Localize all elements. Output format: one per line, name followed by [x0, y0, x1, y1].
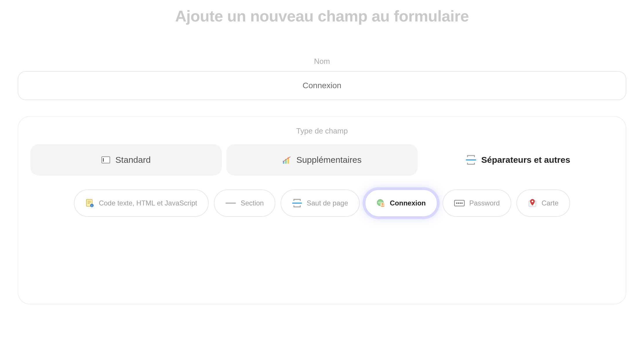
option-section-label: Section: [241, 199, 264, 207]
separator-icon: [466, 155, 476, 165]
option-connexion-label: Connexion: [390, 199, 426, 207]
tab-standard-label: Standard: [115, 155, 151, 165]
option-password-label: Password: [469, 199, 500, 207]
svg-text:i: i: [92, 204, 92, 207]
svg-point-20: [460, 203, 461, 204]
textbox-icon: [101, 156, 110, 163]
option-code-label: Code texte, HTML et JavaScript: [99, 199, 197, 207]
chart-icon: [282, 156, 291, 164]
svg-point-16: [382, 203, 383, 205]
field-type-tabs: Standard Supplémentaires: [30, 144, 614, 176]
svg-point-19: [458, 203, 459, 204]
user-globe-icon: [376, 199, 385, 207]
map-pin-icon: [528, 198, 537, 208]
svg-point-24: [532, 201, 533, 202]
field-type-label: Type de champ: [30, 127, 614, 136]
password-field-icon: [454, 200, 465, 206]
option-pagebreak[interactable]: Saut de page: [281, 189, 360, 217]
tab-separators[interactable]: Séparateurs et autres: [422, 144, 614, 176]
option-section[interactable]: Section: [214, 189, 275, 217]
tab-extra[interactable]: Supplémentaires: [226, 144, 418, 176]
pagebreak-icon: [292, 199, 302, 207]
option-carte-label: Carte: [541, 199, 559, 207]
name-field-label: Nom: [12, 57, 632, 66]
tab-extra-label: Supplémentaires: [296, 155, 361, 165]
option-carte[interactable]: Carte: [516, 189, 570, 217]
option-pagebreak-label: Saut de page: [307, 199, 348, 207]
svg-point-21: [461, 203, 463, 204]
line-icon: [225, 202, 236, 205]
svg-rect-1: [103, 158, 104, 162]
option-password[interactable]: Password: [443, 189, 511, 217]
option-code[interactable]: i Code texte, HTML et JavaScript: [74, 189, 209, 217]
field-type-options: i Code texte, HTML et JavaScript Section: [30, 189, 614, 217]
svg-rect-17: [454, 200, 464, 206]
option-connexion[interactable]: Connexion: [365, 189, 437, 217]
svg-point-18: [456, 203, 457, 204]
tab-separators-label: Séparateurs et autres: [481, 155, 570, 165]
tab-standard[interactable]: Standard: [30, 144, 222, 176]
field-type-card: Type de champ Standard: [18, 116, 626, 304]
document-info-icon: i: [85, 199, 94, 207]
name-input[interactable]: [18, 71, 626, 100]
page-title: Ajoute un nouveau champ au formulaire: [12, 7, 632, 25]
